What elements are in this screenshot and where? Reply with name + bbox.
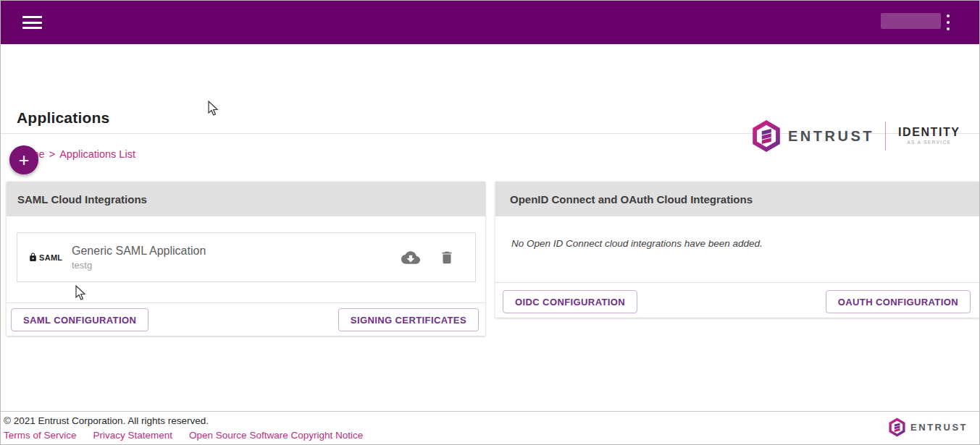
footer-links: Terms of Service Privacy Statement Open … — [4, 430, 363, 441]
identity-as-a-service-label: IDENTITY AS A SERVICE — [898, 127, 960, 145]
trash-icon[interactable] — [439, 250, 455, 266]
entrust-hexagon-icon — [888, 418, 906, 437]
terms-of-service-link[interactable]: Terms of Service — [4, 430, 77, 441]
saml-protocol-badge: SAML — [28, 253, 66, 262]
oidc-configuration-button[interactable]: OIDC CONFIGURATION — [503, 290, 637, 313]
open-source-notice-link[interactable]: Open Source Software Copyright Notice — [189, 430, 363, 441]
copyright-text: © 2021 Entrust Corporation. All rights r… — [4, 415, 209, 426]
entrust-hexagon-icon — [751, 119, 782, 153]
account-name-redacted[interactable] — [881, 13, 941, 29]
breadcrumb-current-link[interactable]: Applications List — [59, 148, 135, 160]
hamburger-menu-icon[interactable] — [22, 16, 42, 29]
saml-configuration-button[interactable]: SAML CONFIGURATION — [11, 308, 148, 331]
saml-application-row[interactable]: SAML Generic SAML Application testg — [17, 232, 476, 282]
cloud-download-icon[interactable] — [401, 248, 420, 267]
application-subtitle: testg — [72, 260, 206, 271]
oauth-configuration-button[interactable]: OAUTH CONFIGURATION — [826, 290, 971, 313]
application-name: Generic SAML Application — [72, 245, 206, 258]
oidc-empty-message: No Open ID Connect cloud integrations ha… — [511, 238, 763, 249]
top-app-bar — [1, 1, 979, 44]
privacy-statement-link[interactable]: Privacy Statement — [93, 430, 173, 441]
kebab-menu-icon[interactable] — [943, 13, 953, 32]
saml-badge-label: SAML — [39, 253, 62, 262]
breadcrumb-separator: > — [49, 148, 55, 160]
page-title: Applications — [17, 109, 109, 127]
oidc-panel-title: OpenID Connect and OAuth Cloud Integrati… — [495, 182, 979, 216]
panel-divider — [7, 302, 485, 303]
page-footer: © 2021 Entrust Corporation. All rights r… — [1, 411, 979, 445]
oidc-panel-actions: OIDC CONFIGURATION OAUTH CONFIGURATION — [495, 290, 979, 313]
entrust-wordmark: ENTRUST — [788, 128, 874, 145]
add-application-button[interactable]: + — [9, 145, 38, 174]
oidc-integrations-panel: OpenID Connect and OAuth Cloud Integrati… — [495, 182, 979, 318]
saml-panel-title: SAML Cloud Integrations — [7, 182, 485, 216]
entrust-idaas-logo: ENTRUST IDENTITY AS A SERVICE — [751, 119, 960, 153]
saml-panel-actions: SAML CONFIGURATION SIGNING CERTIFICATES — [7, 308, 485, 331]
panel-divider — [495, 282, 979, 283]
row-actions — [401, 248, 455, 267]
signing-certificates-button[interactable]: SIGNING CERTIFICATES — [338, 308, 479, 331]
application-info: Generic SAML Application testg — [72, 245, 206, 271]
entrust-footer-logo: ENTRUST — [888, 418, 968, 437]
plus-icon: + — [19, 150, 30, 170]
lock-icon — [28, 253, 38, 262]
brand-divider — [885, 122, 886, 151]
saml-integrations-panel: SAML Cloud Integrations SAML Generic SAM… — [7, 182, 485, 336]
entrust-footer-wordmark: ENTRUST — [910, 422, 968, 433]
page-header: Applications Home>Applications List ENTR… — [1, 44, 979, 134]
